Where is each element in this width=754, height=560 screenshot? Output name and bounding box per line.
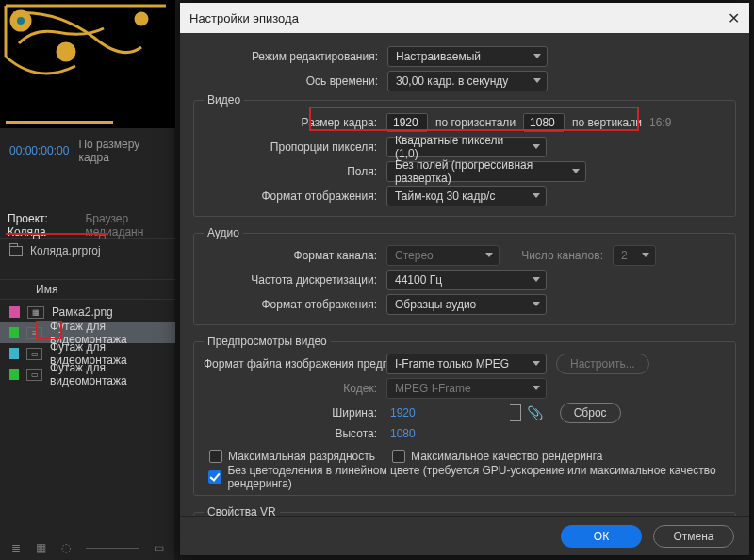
channel-count-label: Число каналов: — [500, 249, 613, 262]
configure-button: Настроить... — [556, 354, 649, 374]
icon-view-icon[interactable]: ▦ — [36, 541, 46, 554]
preview-file-format-label: Формат файла изображения предпросмотра: — [204, 357, 386, 371]
linear-color-label: Без цветоделения в линейном цвете (требу… — [227, 464, 726, 490]
clip-name: Рамка2.png — [52, 305, 113, 319]
preview-fieldset: Предпросмотры видео Формат файла изображ… — [193, 335, 736, 496]
max-bit-depth-label: Максимальная разрядность — [228, 450, 375, 463]
zoom-slider[interactable] — [86, 548, 139, 549]
vertical-label: по вертикали — [565, 116, 649, 129]
horizontal-label: по горизонтали — [428, 116, 523, 129]
edit-mode-label: Режим редактирования: — [193, 50, 387, 63]
cancel-button[interactable]: Отмена — [653, 525, 734, 548]
linear-color-checkbox[interactable] — [208, 470, 221, 484]
channel-format-label: Формат канала: — [204, 249, 386, 262]
col-name-header[interactable]: Имя — [36, 283, 57, 296]
project-bottom-toolbar: ≣ ▦ ◌ ▭ — [0, 535, 175, 560]
preview-ornament-image — [0, 0, 175, 128]
video-legend: Видео — [204, 93, 244, 107]
preview-file-format-select[interactable]: I-Frame только MPEG — [386, 354, 547, 374]
attachment-icon[interactable]: 📎 — [527, 405, 543, 420]
sequence-settings-dialog: Настройки эпизода ✕ Режим редактирования… — [179, 2, 750, 556]
dialog-titlebar[interactable]: Настройки эпизода ✕ — [180, 3, 749, 33]
svg-point-3 — [136, 13, 147, 25]
label-swatch[interactable] — [9, 348, 19, 359]
dialog-footer: ОК Отмена — [180, 516, 749, 555]
audio-display-format-value: Образцы аудио — [395, 298, 476, 311]
new-bin-icon[interactable]: ▭ — [154, 541, 164, 554]
fields-value: Без полей (прогрессивная развертка) — [395, 158, 566, 185]
timebase-label: Ось времени: — [193, 74, 387, 88]
preview-width-value[interactable]: 1920 — [386, 406, 416, 420]
chevron-down-icon — [533, 193, 540, 198]
clip-thumb-icon: ▭ — [26, 369, 42, 381]
preview-height-label: Высота: — [204, 427, 386, 440]
pixel-aspect-label: Пропорции пикселя: — [204, 140, 386, 154]
project-item-row[interactable]: ▭ Футаж для видеомонтажа — [0, 364, 175, 385]
audio-display-format-select[interactable]: Образцы аудио — [386, 294, 547, 315]
program-monitor-preview — [0, 0, 175, 128]
chevron-down-icon — [533, 277, 540, 282]
video-display-format-label: Формат отображения: — [204, 189, 386, 203]
sample-rate-label: Частота дискретизации: — [204, 273, 386, 287]
aspect-ratio-value: 16:9 — [649, 116, 671, 129]
timebase-select[interactable]: 30,00 кадр. в секунду — [387, 71, 548, 91]
max-bit-depth-checkbox[interactable] — [209, 450, 222, 463]
clip-name: Футаж для видеомонтажа — [50, 361, 175, 387]
label-swatch[interactable] — [9, 327, 19, 338]
app-background: 00:00:00:00 По размеру кадра Проект: Кол… — [0, 0, 174, 560]
preview-width-label: Ширина: — [204, 406, 386, 420]
frame-size-label: Размер кадра: — [204, 116, 386, 129]
audio-legend: Аудио — [204, 226, 243, 239]
video-display-format-select[interactable]: Тайм-код 30 кадр/с — [386, 186, 547, 206]
channel-format-value: Стерео — [395, 249, 434, 262]
chevron-down-icon — [533, 386, 540, 390]
pixel-aspect-select[interactable]: Квадратные пиксели (1,0) — [386, 137, 547, 157]
preview-legend: Предпросмотры видео — [204, 335, 331, 348]
max-render-quality-checkbox[interactable] — [392, 450, 405, 463]
pixel-aspect-value: Квадратные пиксели (1,0) — [395, 134, 527, 160]
chevron-down-icon — [642, 253, 649, 257]
preview-height-value[interactable]: 1080 — [386, 427, 416, 440]
codec-select: MPEG I-Frame — [386, 378, 547, 399]
frame-width-input[interactable]: 1920 — [386, 113, 428, 132]
chevron-down-icon — [533, 54, 541, 58]
tab-underline-highlight — [6, 233, 107, 235]
codec-label: Кодек: — [204, 382, 386, 395]
chevron-down-icon — [485, 253, 493, 257]
sample-rate-value: 44100 Гц — [395, 273, 442, 287]
timebase-value: 30,00 кадр. в секунду — [396, 74, 508, 88]
preview-file-format-value: I-Frame только MPEG — [395, 357, 509, 371]
project-file-row: Коляда.prproj — [0, 239, 175, 262]
dialog-body: Режим редактирования: Настраиваемый Ось … — [180, 33, 749, 516]
project-bin-icon — [9, 246, 23, 256]
fields-select[interactable]: Без полей (прогрессивная развертка) — [386, 161, 586, 182]
timecode-value[interactable]: 00:00:00:00 — [9, 144, 69, 157]
clip-thumb-icon: ▭ — [26, 348, 42, 360]
edit-mode-select[interactable]: Настраиваемый — [387, 46, 548, 67]
freeform-view-icon[interactable]: ◌ — [61, 541, 71, 554]
max-render-quality-label: Максимальное качество рендеринга — [411, 450, 602, 463]
chevron-down-icon — [533, 78, 541, 83]
label-swatch[interactable] — [9, 369, 19, 380]
chevron-down-icon — [533, 302, 540, 306]
channel-format-select: Стерео — [386, 245, 500, 266]
list-view-icon[interactable]: ≣ — [11, 541, 21, 554]
link-dimensions-icon[interactable] — [510, 404, 521, 421]
svg-point-1 — [57, 43, 74, 60]
sequence-thumb-icon: ≡ — [26, 327, 42, 339]
frame-height-input[interactable]: 1080 — [523, 113, 565, 132]
chevron-down-icon — [572, 169, 580, 173]
chevron-down-icon — [533, 144, 540, 149]
vr-fieldset: Свойства VR Проекция: Нет Разметка: Моно… — [193, 505, 736, 516]
channel-count-value: 2 — [621, 249, 628, 262]
channel-count-select: 2 — [613, 245, 656, 266]
ok-button[interactable]: ОК — [561, 525, 642, 548]
clip-thumb-icon: ▦ — [27, 306, 44, 319]
project-file-name: Коляда.prproj — [30, 244, 101, 257]
close-icon[interactable]: ✕ — [728, 9, 740, 27]
zoom-fit-label[interactable]: По размеру кадра — [78, 138, 166, 164]
sample-rate-select[interactable]: 44100 Гц — [386, 270, 547, 290]
reset-button[interactable]: Сброс — [560, 403, 621, 423]
timecode-row: 00:00:00:00 По размеру кадра — [0, 138, 175, 164]
label-swatch[interactable] — [9, 306, 20, 318]
